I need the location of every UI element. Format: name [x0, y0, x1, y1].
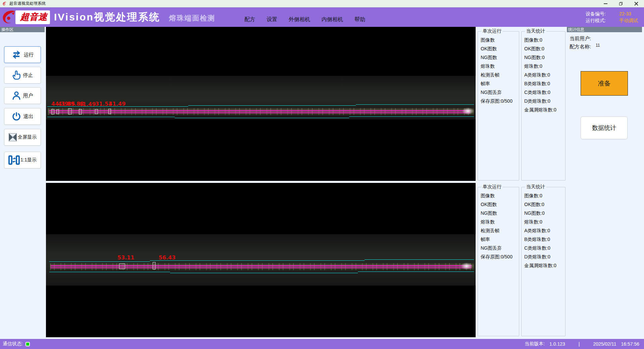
user-icon [12, 91, 21, 100]
stat-item: 金属屑熔珠数:0 [524, 105, 565, 114]
stat-item: OK图数 [481, 44, 519, 53]
stat-item: NG图数:0 [524, 209, 565, 217]
exit-button-label: 退出 [23, 113, 34, 120]
stat-item: 帧率 [481, 79, 519, 88]
stop-button[interactable]: 停止 [4, 67, 41, 84]
boundary-line [49, 272, 170, 272]
run-cycle-icon [11, 50, 21, 59]
status-separator: | [579, 341, 580, 347]
fullscreen-icon [8, 133, 17, 142]
data-statistics-button[interactable]: 数据统计 [581, 116, 628, 139]
current-user-label: 当前用户: [570, 36, 591, 42]
brand-name: 超音速 [20, 12, 47, 22]
comm-status-label: 通信状态: [3, 341, 23, 347]
fullscreen-button-label: 全屏显示 [18, 134, 37, 140]
stat-item: B类熔珠数:0 [524, 235, 565, 244]
boundary-line [188, 105, 356, 106]
detection-box [51, 109, 54, 114]
trace-line [49, 110, 470, 111]
status-bar: 通信状态: 当前版本: 1.0.123 | 2025/02/11 16:57:5… [0, 339, 644, 349]
stat-item: C类熔珠数:0 [524, 88, 565, 97]
close-button[interactable] [629, 0, 644, 7]
stat-item: 检测丢帧 [481, 70, 519, 79]
boundary-line [47, 117, 175, 117]
stat-item: OK图数 [481, 200, 519, 209]
stat-item: 图像数:0 [524, 36, 565, 44]
trace-line [51, 267, 472, 268]
run-mode-label: 运行模式: [586, 17, 614, 24]
trace-line [51, 265, 472, 266]
stat-item: 图像数 [481, 36, 519, 44]
stat-item: A类熔珠数:0 [524, 226, 565, 235]
stat-item: 图像数 [481, 191, 519, 200]
single-run-title: 单次运行 [481, 184, 503, 190]
menu-item-recipe[interactable]: 配方 [245, 16, 255, 23]
stat-item: NG图数:0 [524, 53, 565, 62]
stat-item: 熔珠数:0 [524, 217, 565, 226]
minimize-icon [604, 3, 607, 4]
stat-item: 熔珠数 [481, 62, 519, 70]
app-logo-icon [2, 1, 7, 6]
os-titlebar: 超音速视觉处理系统 [0, 0, 644, 7]
app-subtitle: 熔珠端面检测 [169, 13, 215, 23]
app-title: IVision视觉处理系统 [54, 10, 160, 24]
restore-button[interactable] [613, 0, 629, 7]
run-button[interactable]: 运行 [4, 46, 41, 63]
single-run-title: 单次运行 [481, 28, 503, 34]
menu-item-settings[interactable]: 设置 [267, 16, 277, 23]
main-menu: 配方 设置 外侧相机 内侧相机 帮助 [239, 16, 371, 23]
stat-item: 检测丢帧 [481, 226, 519, 235]
version-label: 当前版本: [525, 341, 545, 347]
stat-item: 熔珠数:0 [524, 62, 565, 70]
status-date: 2025/02/11 [593, 341, 616, 347]
menu-item-inner-camera[interactable]: 内侧相机 [322, 16, 343, 23]
stat-item: 帧率 [481, 235, 519, 244]
boundary-line [349, 116, 474, 117]
one-to-one-icon [8, 155, 20, 165]
version-value: 1.0.123 [549, 341, 565, 347]
one-to-one-button-label: 1:1显示 [20, 157, 36, 163]
stat-item: C类熔珠数:0 [524, 244, 565, 252]
stat-item: 图像数:0 [524, 191, 565, 200]
measurement-annotation: 41.49 [109, 101, 126, 107]
stop-button-label: 停止 [23, 72, 33, 79]
stat-item: NG图数 [481, 209, 519, 217]
stat-item: B类熔珠数:0 [524, 79, 565, 88]
boundary-line [150, 260, 365, 261]
menu-item-help[interactable]: 帮助 [355, 16, 365, 23]
detection-box [79, 109, 82, 114]
boundary-line [170, 273, 358, 273]
close-icon [634, 2, 638, 6]
fullscreen-button[interactable]: 全屏显示 [4, 129, 41, 146]
brand-name-box: 超音速 [15, 10, 50, 24]
status-bar-right: 当前版本: 1.0.123 | 2025/02/11 16:57:56 [520, 341, 639, 347]
detection-box [153, 262, 156, 269]
window-controls [598, 0, 644, 7]
one-to-one-button[interactable]: 1:1显示 [4, 152, 41, 168]
stat-item: NG图丢弃 [481, 88, 519, 97]
status-time: 16:57:56 [621, 341, 640, 347]
exit-button[interactable]: 退出 [4, 108, 41, 125]
menu-item-outer-camera[interactable]: 外侧相机 [289, 16, 310, 23]
ready-button[interactable]: 准备 [581, 71, 628, 96]
strip-highlight [462, 107, 474, 115]
strip-highlight [461, 262, 473, 270]
stop-hand-icon [12, 70, 21, 80]
stat-item: D类熔珠数:0 [524, 97, 565, 105]
daily-stats-bottom: 当天统计 图像数:0 OK图数:0 NG图数:0 熔珠数:0 A类熔珠数:0 B… [521, 184, 566, 336]
brand-logo: 超音速 [1, 8, 50, 26]
stat-item: NG图丢弃 [481, 244, 519, 252]
single-run-stats-top: 单次运行 图像数 OK图数 NG图数 熔珠数 检测丢帧 帧率 NG图丢弃 保存原… [478, 28, 519, 181]
detection-box [56, 109, 59, 114]
run-mode-value: 手动调试 [619, 17, 638, 24]
minimize-button[interactable] [598, 0, 613, 7]
stat-item: D类熔珠数:0 [524, 252, 565, 261]
daily-stats-top: 当天统计 图像数:0 OK图数:0 NG图数:0 熔珠数:0 A类熔珠数:0 B… [521, 28, 566, 181]
user-button[interactable]: 用户 [4, 87, 41, 104]
weld-strip [48, 108, 474, 115]
stat-item: OK图数:0 [524, 200, 565, 209]
restore-icon [619, 2, 623, 5]
daily-stats-title: 当天统计 [525, 184, 546, 190]
stat-item: A类熔珠数:0 [524, 70, 565, 79]
recipe-name-label: 配方名称: [570, 44, 591, 50]
